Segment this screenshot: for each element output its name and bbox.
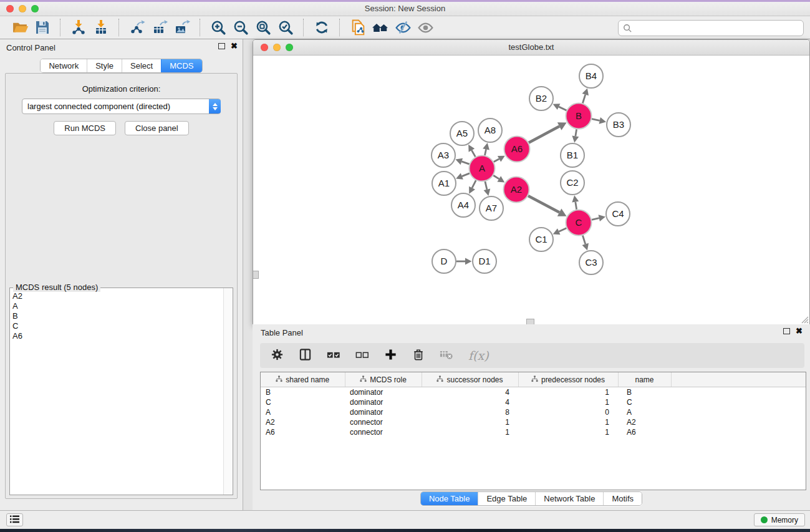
graph-node-A6[interactable]: A6 [504, 137, 530, 162]
optimization-criterion-label: Optimization criterion: [6, 84, 237, 94]
table-header-row[interactable]: shared nameMCDS rolesuccessor nodesprede… [261, 372, 806, 387]
column-header-mcds-role[interactable]: MCDS role [345, 372, 422, 387]
tab-edge-table[interactable]: Edge Table [478, 492, 535, 505]
graph-node-B4[interactable]: B4 [579, 64, 603, 88]
horizontal-scroll-handle[interactable] [526, 319, 534, 324]
network-from-document-button[interactable] [349, 18, 367, 37]
graph-node-A8[interactable]: A8 [478, 118, 502, 142]
export-table-button[interactable] [150, 18, 169, 37]
graph-node-A1[interactable]: A1 [432, 172, 456, 195]
arrowhead-icon [572, 136, 579, 143]
houses-icon [372, 19, 389, 36]
network-window-titlebar[interactable]: testGlobe.txt [253, 40, 809, 56]
mcds-result-item[interactable]: B [12, 311, 223, 321]
refresh-layout-button[interactable] [312, 18, 331, 37]
add-column-button[interactable] [384, 348, 397, 363]
save-session-button[interactable] [33, 18, 52, 37]
show-details-button[interactable] [416, 18, 435, 37]
table-row[interactable]: Bdominator41B [261, 387, 806, 398]
tab-select[interactable]: Select [122, 59, 161, 72]
function-builder-button[interactable]: f(x) [468, 349, 489, 362]
svg-text:A4: A4 [458, 200, 469, 210]
toolbar-separator [118, 19, 120, 36]
graph-node-C2[interactable]: C2 [561, 171, 584, 195]
mcds-result-item[interactable]: A [12, 301, 223, 311]
run-mcds-button[interactable]: Run MCDS [54, 121, 116, 135]
export-network-button[interactable] [128, 18, 147, 37]
column-header-predecessor-nodes[interactable]: predecessor nodes [518, 372, 618, 387]
control-panel-tabs: NetworkStyleSelectMCDS [40, 59, 202, 73]
table-row[interactable]: A2connector11A2 [261, 417, 806, 427]
graph-node-C[interactable]: C [566, 210, 592, 236]
delete-columns-button[interactable] [412, 348, 425, 363]
close-panel-icon[interactable]: ✖ [231, 43, 238, 49]
optimization-criterion-select[interactable]: largest connected component (directed) [22, 99, 221, 114]
memory-label: Memory [771, 516, 798, 525]
graph-node-A[interactable]: A [470, 156, 495, 181]
search-input[interactable] [635, 22, 803, 34]
import-network-button[interactable] [69, 18, 88, 37]
graph-node-A3[interactable]: A3 [432, 143, 455, 167]
mcds-result-item[interactable]: A6 [12, 331, 223, 341]
open-session-button[interactable] [11, 18, 29, 37]
zoom-in-button[interactable] [209, 18, 228, 37]
network-canvas[interactable]: B4B2BB3A8A5A6A3B1AA1C2A2A4A7C4CC1DD1C3 [253, 56, 809, 324]
graph-node-A4[interactable]: A4 [451, 193, 475, 217]
tab-network[interactable]: Network [41, 59, 87, 72]
float-table-panel-icon[interactable] [783, 328, 790, 334]
gear-icon [271, 348, 284, 363]
edge-A-A2 [493, 175, 499, 179]
zoom-fit-button[interactable] [254, 18, 272, 37]
tab-style[interactable]: Style [87, 59, 122, 72]
unselect-all-columns-button[interactable] [355, 350, 369, 362]
table-row[interactable]: A6connector11A6 [261, 427, 806, 437]
tab-mcds[interactable]: MCDS [161, 59, 201, 72]
vertical-scroll-handle[interactable] [253, 271, 259, 279]
result-scrollbar[interactable] [223, 288, 233, 495]
show-columns-button[interactable] [299, 348, 312, 363]
graph-node-C4[interactable]: C4 [606, 202, 630, 226]
close-table-panel-icon[interactable]: ✖ [796, 328, 803, 334]
graph-node-B3[interactable]: B3 [607, 113, 630, 137]
mcds-result-item[interactable]: A2 [12, 291, 223, 301]
graph-node-C1[interactable]: C1 [529, 228, 553, 251]
column-header-name[interactable]: name [618, 372, 671, 387]
import-table-button[interactable] [92, 18, 110, 37]
edge-A-A7 [485, 181, 487, 190]
table-row[interactable]: Adominator80A [261, 407, 806, 417]
task-history-button[interactable] [6, 513, 23, 526]
graph-node-A7[interactable]: A7 [480, 196, 503, 220]
zoom-selected-button[interactable] [276, 18, 295, 37]
graph-node-D1[interactable]: D1 [473, 249, 496, 273]
export-table-icon [151, 19, 168, 36]
svg-text:A3: A3 [438, 150, 449, 160]
table-panel-title: Table Panel [261, 328, 303, 337]
graph-node-A2[interactable]: A2 [504, 177, 529, 203]
graph-node-C3[interactable]: C3 [579, 251, 603, 274]
tab-motifs[interactable]: Motifs [603, 492, 642, 505]
graph-node-B2[interactable]: B2 [529, 87, 553, 110]
column-header-successor-nodes[interactable]: successor nodes [422, 372, 518, 387]
graph-node-D[interactable]: D [432, 249, 456, 273]
svg-text:B3: B3 [613, 119, 624, 130]
home-views-button[interactable] [371, 18, 390, 37]
graph-node-B[interactable]: B [566, 104, 592, 129]
mcds-result-item[interactable]: C [12, 321, 223, 331]
memory-button[interactable]: Memory [754, 513, 805, 526]
table-row[interactable]: Cdominator41C [261, 397, 806, 407]
table-settings-button[interactable] [271, 348, 284, 363]
zoom-out-button[interactable] [231, 18, 250, 37]
column-header-shared-name[interactable]: shared name [261, 372, 345, 387]
resize-grip[interactable] [801, 316, 809, 324]
delete-table-button[interactable] [440, 349, 453, 362]
tab-network-table[interactable]: Network Table [535, 492, 603, 505]
graph-node-B1[interactable]: B1 [561, 143, 584, 167]
select-all-columns-button[interactable] [327, 350, 340, 362]
tab-node-table[interactable]: Node Table [421, 492, 478, 505]
float-panel-icon[interactable] [218, 43, 225, 49]
hide-details-button[interactable] [393, 18, 412, 37]
close-panel-button[interactable]: Close panel [125, 121, 189, 135]
graph-node-A5[interactable]: A5 [450, 122, 474, 145]
export-image-button[interactable] [173, 18, 191, 37]
mcds-result-list[interactable]: A2ABCA6 [10, 290, 223, 495]
